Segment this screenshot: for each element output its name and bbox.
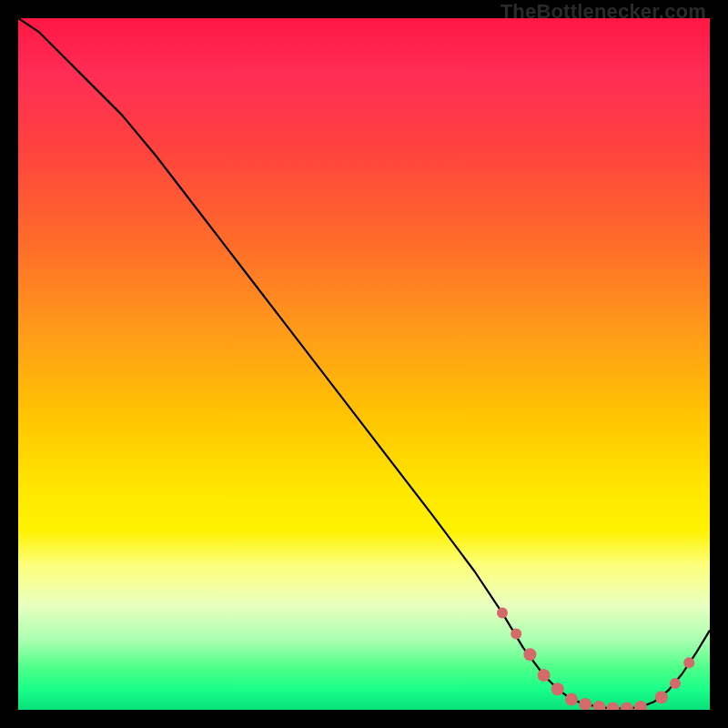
curve-marker	[592, 701, 605, 710]
plot-area	[18, 18, 710, 710]
watermark-label: TheBottlenecker.com	[500, 0, 706, 24]
curve-marker	[607, 703, 620, 711]
curve-marker	[538, 669, 551, 682]
curve-marker	[565, 693, 578, 706]
curve-marker	[655, 691, 668, 703]
chart-frame: TheBottlenecker.com	[0, 0, 728, 728]
curve-marker	[511, 628, 521, 639]
curve-marker	[670, 678, 681, 689]
curve-marker	[683, 657, 694, 668]
curve-marker	[579, 698, 592, 710]
curve-marker	[523, 648, 536, 661]
curve-svg	[18, 18, 710, 710]
bottleneck-curve	[18, 18, 710, 709]
curve-marker	[634, 701, 647, 710]
curve-marker	[497, 608, 508, 619]
curve-marker	[551, 682, 564, 695]
curve-marker	[621, 703, 633, 711]
